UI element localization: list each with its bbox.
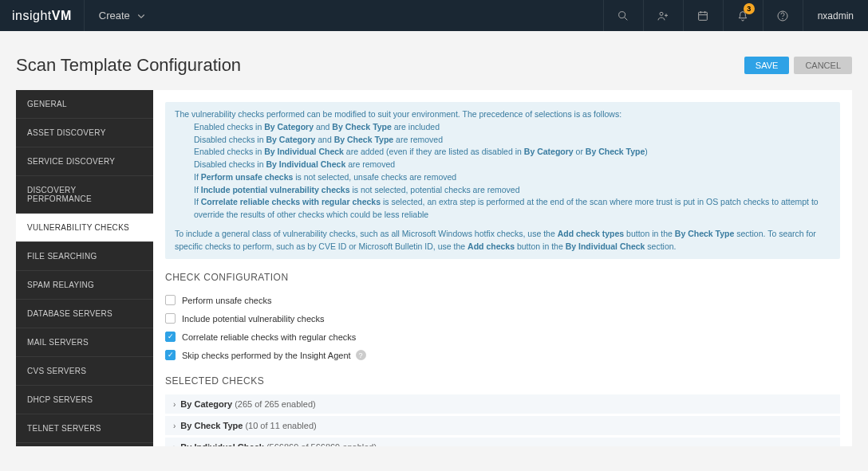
svg-point-2 [660,12,663,15]
info-rule: If Perform unsafe checks is not selected… [175,171,831,184]
page-header: Scan Template Configuration SAVE CANCEL [0,31,868,90]
expand-label: By Check Type [180,421,243,430]
sidenav-item-dhcp-servers[interactable]: DHCP SERVERS [16,386,153,414]
info-rule: If Correlate reliable checks with regula… [175,196,831,222]
checkbox-row-unsafe[interactable]: Perform unsafe checks [165,291,840,309]
chevron-right-icon: › [173,422,176,430]
help-icon[interactable] [763,0,803,31]
info-intro: The vulnerability checks performed can b… [175,108,831,121]
logo-area: insightVM [0,0,85,31]
expand-label: By Category [180,399,232,409]
notification-badge: 3 [744,3,755,14]
search-icon[interactable] [603,0,643,31]
topbar: insightVM Create 3 nxadmin [0,0,868,31]
checkbox-row-correlate[interactable]: Correlate reliable checks with regular c… [165,328,840,346]
svg-rect-5 [699,12,708,20]
chevron-right-icon: › [173,443,176,446]
expand-by-check-type[interactable]: ›By Check Type(10 of 11 enabled) [165,416,840,435]
info-rule: If Include potential vulnerability check… [175,184,831,197]
expand-count: (566869 of 566869 enabled) [266,442,377,446]
info-rule: Enabled checks in By Individual Check ar… [175,146,831,159]
svg-point-0 [619,11,625,18]
expand-count: (265 of 265 enabled) [235,399,316,409]
selected-checks-title: SELECTED CHECKS [165,375,840,387]
info-rule: Disabled checks in By Individual Check a… [175,159,831,171]
checkbox-icon [165,313,176,324]
sidenav-item-mail-servers[interactable]: MAIL SERVERS [16,328,153,357]
expand-by-individual-check[interactable]: ›By Individual Check(566869 of 566869 en… [165,438,840,446]
checkbox-icon [165,295,176,305]
info-rule: Disabled checks in By Category and By Ch… [175,134,831,147]
checkbox-row-skip-agent[interactable]: Skip checks performed by the Insight Age… [165,346,840,364]
help-tooltip-icon[interactable]: ? [356,350,366,360]
info-rule: Enabled checks in By Category and By Che… [175,121,831,134]
sidenav-item-telnet-servers[interactable]: TELNET SERVERS [16,414,153,443]
username-label[interactable]: nxadmin [803,0,868,31]
sidenav-item-database-servers[interactable]: DATABASE SERVERS [16,300,153,328]
sidenav-item-general[interactable]: GENERAL [16,90,153,119]
checkbox-label: Perform unsafe checks [182,296,272,305]
sidenav-item-discovery-performance[interactable]: DISCOVERY PERFORMANCE [16,176,153,214]
chevron-down-icon [136,11,146,21]
create-label: Create [99,10,130,22]
checkbox-label: Include potential vulnerability checks [182,314,325,324]
page-title: Scan Template Configuration [16,55,241,76]
chevron-right-icon: › [173,400,176,409]
cancel-button[interactable]: CANCEL [794,57,852,74]
app-logo: insightVM [12,9,72,23]
svg-point-10 [783,18,783,19]
sidenav: GENERAL ASSET DISCOVERY SERVICE DISCOVER… [16,90,153,446]
main-panel: The vulnerability checks performed can b… [153,90,852,446]
checkbox-row-potential[interactable]: Include potential vulnerability checks [165,309,840,328]
expand-by-category[interactable]: ›By Category(265 of 265 enabled) [165,394,840,414]
svg-line-1 [625,18,627,20]
sidenav-item-cvs-servers[interactable]: CVS SERVERS [16,357,153,386]
sidenav-item-spam-relaying[interactable]: SPAM RELAYING [16,271,153,300]
checkbox-icon [165,332,176,342]
sidenav-item-service-discovery[interactable]: SERVICE DISCOVERY [16,147,153,176]
info-box: The vulnerability checks performed can b… [165,102,840,259]
checkbox-label: Skip checks performed by the Insight Age… [182,351,351,360]
sidenav-item-file-searching[interactable]: FILE SEARCHING [16,242,153,271]
sidenav-item-vulnerability-checks[interactable]: VULNERABILITY CHECKS [16,214,153,242]
people-icon[interactable] [643,0,683,31]
bell-icon[interactable]: 3 [723,0,763,31]
create-button[interactable]: Create [85,10,160,22]
check-config-title: CHECK CONFIGURATION [165,272,840,283]
checkbox-label: Correlate reliable checks with regular c… [182,332,356,342]
expand-count: (10 of 11 enabled) [245,421,316,430]
info-para2: To include a general class of vulnerabil… [175,228,831,253]
checkbox-icon [165,350,176,360]
calendar-icon[interactable] [683,0,723,31]
expand-label: By Individual Check [180,442,264,446]
sidenav-item-asset-discovery[interactable]: ASSET DISCOVERY [16,119,153,147]
save-button[interactable]: SAVE [744,57,790,74]
